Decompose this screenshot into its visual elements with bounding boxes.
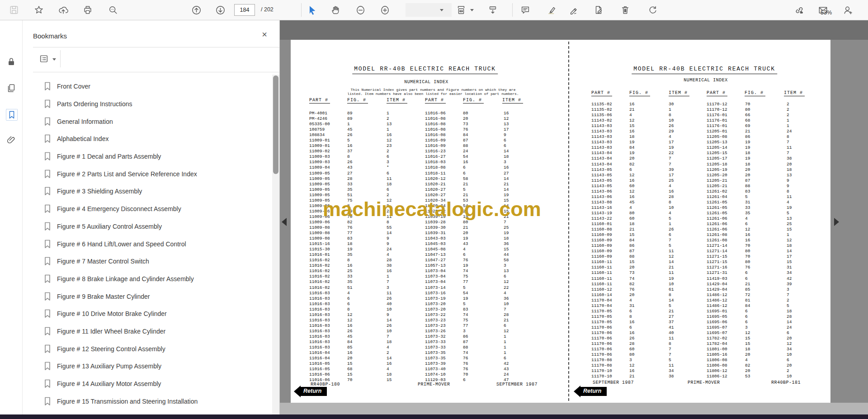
- table-row: 11271-31634: [707, 270, 792, 276]
- upload-cloud-icon[interactable]: [58, 5, 69, 15]
- part-number: 11016-03: [309, 307, 347, 312]
- bookmark-item[interactable]: Figure # 10 Drive Motor Brake Cylinder: [23, 305, 271, 323]
- select-tool-icon[interactable]: [307, 5, 317, 15]
- item-number: 12: [504, 279, 509, 285]
- bookmark-item[interactable]: Figure # 8 Brake Linkage and Cylinder As…: [23, 270, 271, 288]
- paperclip-icon[interactable]: [6, 135, 17, 146]
- add-person-icon[interactable]: [842, 5, 853, 15]
- table-row: 11695-01618: [707, 309, 792, 314]
- bookmark-item[interactable]: Figure # 4 Emergency Disconnect Assembly: [23, 200, 271, 218]
- save-icon[interactable]: [9, 5, 19, 15]
- bookmark-item[interactable]: Figure # 13 Auxiliary Pump Assembly: [23, 358, 271, 375]
- table-row: 11160-09865: [591, 243, 674, 249]
- table-row: 11170-102138: [591, 374, 674, 379]
- highlight-icon[interactable]: [546, 5, 557, 15]
- return-button[interactable]: Return: [580, 387, 607, 396]
- scrollbar-thumb[interactable]: [273, 75, 278, 174]
- part-number: 11176-01: [707, 118, 745, 123]
- delete-icon[interactable]: [620, 5, 631, 15]
- part-number: 11016-04: [309, 356, 347, 361]
- redo-icon[interactable]: [647, 5, 658, 15]
- part-number: 11143-03: [591, 140, 629, 145]
- bookmark-item[interactable]: Figure # 7 Master Control Switch: [23, 253, 271, 270]
- bookmark-item-label: Figure # 4 Emergency Disconnect Assembly: [57, 205, 181, 212]
- zoom-control[interactable]: 53%: [406, 3, 452, 17]
- close-icon[interactable]: ×: [259, 29, 269, 39]
- page-seam-dashed-line: [568, 42, 569, 401]
- pages-icon[interactable]: [6, 83, 17, 94]
- fit-width-icon[interactable]: [456, 5, 467, 15]
- bookmark-item[interactable]: Figure # 1 Decal and Parts Assembly: [23, 148, 271, 165]
- bookmark-item[interactable]: Figure # 6 Hand Lift/Lower and Speed Con…: [23, 235, 271, 253]
- table-row: 11016-03626: [309, 296, 392, 301]
- table-row: 11205-192018: [707, 167, 792, 173]
- bookmark-item[interactable]: Figure # 2 Parts List and Service Refere…: [23, 165, 271, 183]
- star-icon[interactable]: [33, 5, 44, 15]
- footer-brand: PRIME-MOVER: [418, 382, 450, 387]
- fig-number: 86: [629, 243, 669, 249]
- collapse-left-panel-icon[interactable]: [282, 218, 287, 226]
- bookmark-item[interactable]: Figure # 15 Transmission and Steering In…: [23, 392, 271, 410]
- bookmark-item[interactable]: Parts Ordering Instructions: [23, 95, 271, 113]
- chevron-down-icon[interactable]: [52, 58, 56, 61]
- fig-number: 15: [629, 259, 669, 265]
- table-row: 11143-05639: [591, 167, 674, 173]
- item-number: 8: [669, 200, 671, 205]
- part-number: 108834: [309, 132, 347, 138]
- panel-scrollbar[interactable]: [272, 75, 279, 414]
- fig-number: 4: [629, 113, 669, 118]
- email-icon[interactable]: [817, 5, 828, 15]
- search-icon[interactable]: [108, 5, 118, 15]
- bookmark-item[interactable]: Front Cover: [23, 78, 271, 95]
- bookmark-item[interactable]: Figure # 14 Auxiliary Motor Assembly: [23, 375, 271, 393]
- fill-sign-icon[interactable]: [593, 5, 604, 15]
- bookmark-item[interactable]: Figure # 11 Idler Wheel Brake Cylinder: [23, 323, 271, 340]
- bookmark-item[interactable]: Figure # 12 Steering Control Assembly: [23, 340, 271, 358]
- item-number: 5: [787, 303, 789, 309]
- item-number: 7: [669, 352, 671, 358]
- expand-right-panel-icon[interactable]: [834, 218, 839, 226]
- fig-number: 35: [347, 252, 387, 258]
- bookmark-item[interactable]: General Information: [23, 113, 271, 130]
- share-link-icon[interactable]: [793, 5, 804, 15]
- bookmark-item[interactable]: Alphabetical Index: [23, 130, 271, 148]
- bookmark-item[interactable]: Figure # 3 Shielding Assembly: [23, 183, 271, 200]
- table-row: 11160-127661: [591, 287, 674, 292]
- part-number: 11039-31: [425, 231, 463, 236]
- hand-tool-icon[interactable]: [330, 5, 341, 15]
- page-scrolling-icon[interactable]: [487, 5, 498, 15]
- part-number: 108759: [309, 127, 347, 132]
- page-number-input[interactable]: [234, 4, 255, 16]
- table-row: 11160-14208: [591, 292, 674, 298]
- print-icon[interactable]: [82, 5, 93, 15]
- part-number: 11143-03: [591, 123, 629, 129]
- bookmark-item[interactable]: Figure # 5 Auxiliary Control Assembly: [23, 218, 271, 235]
- bookmark-icon[interactable]: [6, 109, 18, 121]
- chevron-down-icon[interactable]: [470, 9, 474, 11]
- fig-number: 16: [629, 194, 669, 200]
- sign-icon[interactable]: [568, 5, 579, 15]
- page-up-icon[interactable]: [191, 5, 202, 15]
- divider: [33, 72, 279, 72]
- part-number: 11160-11: [591, 265, 629, 270]
- part-number: 11143-22: [591, 216, 629, 221]
- part-number: 11176-01: [707, 113, 745, 118]
- part-number: 11143-04: [591, 162, 629, 167]
- fig-number: 76: [463, 361, 504, 367]
- item-number: 28: [387, 258, 392, 263]
- comment-icon[interactable]: [520, 5, 531, 15]
- return-button[interactable]: Return: [301, 387, 327, 396]
- page-down-icon[interactable]: [215, 5, 226, 15]
- zoom-out-icon[interactable]: [355, 5, 366, 15]
- lock-icon[interactable]: [6, 56, 17, 67]
- bookmark-icon: [44, 99, 51, 108]
- fig-number: 12: [745, 330, 787, 336]
- part-number: 11271-16: [707, 265, 745, 270]
- bookmark-item[interactable]: Figure # 9 Brake Master Cylinder: [23, 287, 271, 305]
- zoom-in-icon[interactable]: [379, 5, 390, 15]
- table-row: 11143-038419: [591, 145, 674, 151]
- table-row: 05335-00113: [309, 122, 392, 127]
- fig-number: 27: [347, 171, 387, 176]
- bookmark-options-icon[interactable]: [39, 54, 50, 65]
- item-number: 7: [669, 347, 671, 352]
